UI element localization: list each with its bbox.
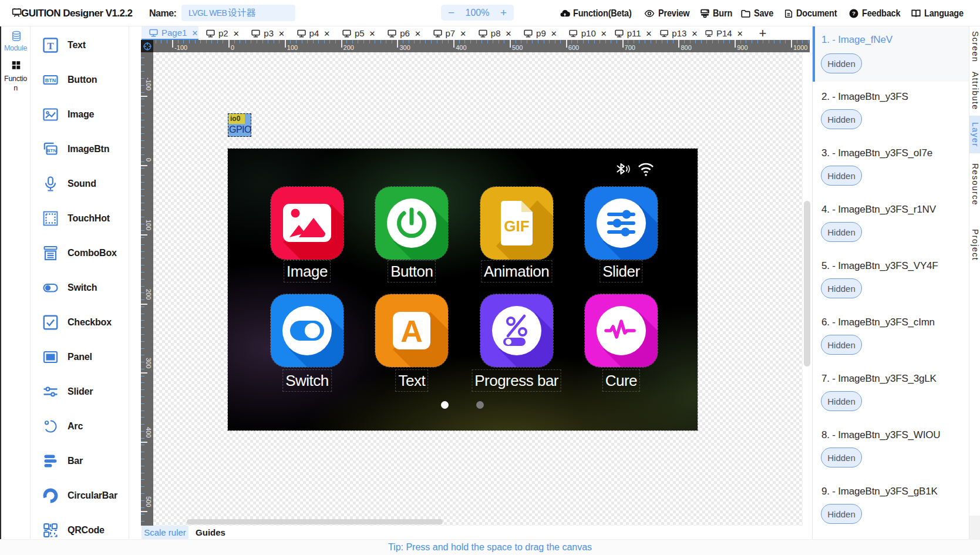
svg-text:?: ? bbox=[852, 10, 856, 16]
svg-text:A: A bbox=[400, 314, 423, 348]
svg-text:GIF: GIF bbox=[504, 217, 529, 235]
svg-text:T: T bbox=[47, 41, 54, 52]
svg-text:BTN: BTN bbox=[47, 148, 57, 153]
svg-text:BTN: BTN bbox=[45, 78, 56, 83]
